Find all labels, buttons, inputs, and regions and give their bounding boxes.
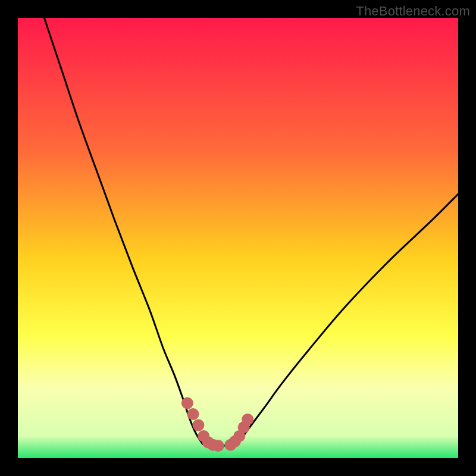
plot-area: [18, 18, 458, 458]
chart-stage: TheBottleneck.com: [0, 0, 476, 476]
marker-left-markers-6: [212, 440, 224, 452]
watermark-text: TheBottleneck.com: [356, 4, 470, 19]
chart-svg: [18, 18, 458, 458]
marker-right-markers-4: [242, 414, 253, 425]
marker-left-markers-2: [192, 419, 204, 431]
marker-left-markers-0: [181, 397, 193, 409]
gradient-background: [18, 18, 458, 458]
marker-left-markers-1: [187, 408, 199, 420]
